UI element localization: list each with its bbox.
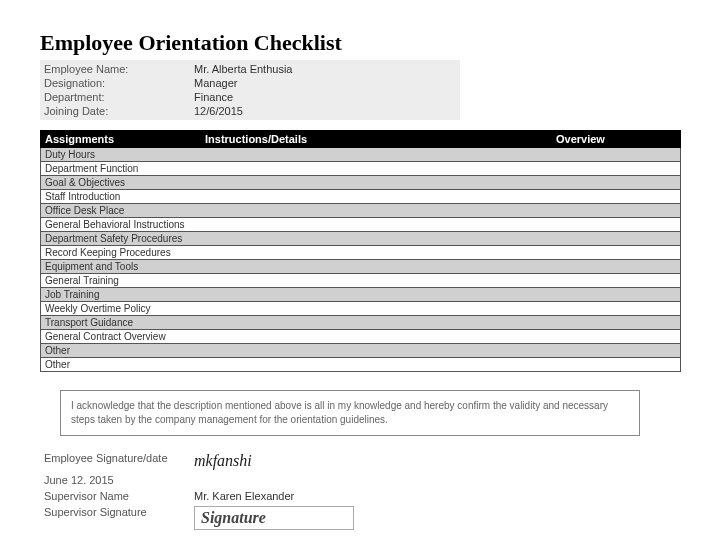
assignment-cell: General Behavioral Instructions [45, 219, 205, 230]
info-row-department: Department: Finance [40, 90, 460, 104]
checklist-row: Other [40, 344, 681, 358]
instructions-cell [205, 163, 556, 174]
acknowledgement-box: I acknowledge that the description menti… [60, 390, 640, 436]
assignment-cell: Other [45, 359, 205, 370]
info-value: Finance [194, 91, 233, 103]
assignment-cell: Department Function [45, 163, 205, 174]
sig-row-date: June 12. 2015 [40, 472, 681, 488]
overview-cell [556, 205, 676, 216]
employee-signature: mkfanshi [194, 452, 252, 470]
overview-cell [556, 247, 676, 258]
instructions-cell [205, 303, 556, 314]
assignment-cell: Record Keeping Procedures [45, 247, 205, 258]
assignment-cell: Staff Introduction [45, 191, 205, 202]
overview-cell [556, 163, 676, 174]
col-overview: Overview [556, 133, 676, 145]
checklist-row: Weekly Overtime Policy [40, 302, 681, 316]
info-value: Manager [194, 77, 237, 89]
assignment-cell: Duty Hours [45, 149, 205, 160]
checklist-body: Duty HoursDepartment FunctionGoal & Obje… [40, 148, 681, 372]
assignment-cell: Job Training [45, 289, 205, 300]
instructions-cell [205, 317, 556, 328]
employee-info-block: Employee Name: Mr. Alberta Enthusia Desi… [40, 60, 460, 120]
overview-cell [556, 177, 676, 188]
instructions-cell [205, 177, 556, 188]
checklist-row: Office Desk Place [40, 204, 681, 218]
instructions-cell [205, 233, 556, 244]
instructions-cell [205, 331, 556, 342]
sig-row-supervisor-name: Supervisor Name Mr. Karen Elexander [40, 488, 681, 504]
checklist-row: Staff Introduction [40, 190, 681, 204]
instructions-cell [205, 149, 556, 160]
overview-cell [556, 261, 676, 272]
overview-cell [556, 303, 676, 314]
assignment-cell: Other [45, 345, 205, 356]
checklist-row: Other [40, 358, 681, 372]
info-label: Department: [44, 91, 194, 103]
checklist-row: General Training [40, 274, 681, 288]
checklist-header: Assignments Instructions/Details Overvie… [40, 130, 681, 148]
checklist-row: Transport Guidance [40, 316, 681, 330]
signature-placeholder: Signature [201, 509, 266, 527]
info-label: Joining Date: [44, 105, 194, 117]
overview-cell [556, 149, 676, 160]
info-row-designation: Designation: Manager [40, 76, 460, 90]
supervisor-name: Mr. Karen Elexander [194, 490, 294, 502]
instructions-cell [205, 191, 556, 202]
checklist-row: Goal & Objectives [40, 176, 681, 190]
info-value: Mr. Alberta Enthusia [194, 63, 292, 75]
page-title: Employee Orientation Checklist [40, 30, 681, 56]
assignment-cell: Transport Guidance [45, 317, 205, 328]
checklist-row: Department Safety Procedures [40, 232, 681, 246]
sig-row-supervisor-sig: Supervisor Signature Signature [40, 504, 681, 532]
assignment-cell: Equipment and Tools [45, 261, 205, 272]
overview-cell [556, 191, 676, 202]
sig-label: Employee Signature/date [44, 452, 194, 470]
checklist-row: Department Function [40, 162, 681, 176]
instructions-cell [205, 275, 556, 286]
checklist-row: Equipment and Tools [40, 260, 681, 274]
instructions-cell [205, 219, 556, 230]
signature-area: Employee Signature/date mkfanshi June 12… [40, 450, 681, 532]
col-assignments: Assignments [45, 133, 205, 145]
instructions-cell [205, 247, 556, 258]
sig-label: Supervisor Signature [44, 506, 194, 530]
sig-row-employee: Employee Signature/date mkfanshi [40, 450, 681, 472]
assignment-cell: Department Safety Procedures [45, 233, 205, 244]
sig-label: Supervisor Name [44, 490, 194, 502]
checklist-row: General Contract Overview [40, 330, 681, 344]
overview-cell [556, 275, 676, 286]
info-label: Employee Name: [44, 63, 194, 75]
instructions-cell [205, 205, 556, 216]
info-label: Designation: [44, 77, 194, 89]
info-row-name: Employee Name: Mr. Alberta Enthusia [40, 62, 460, 76]
signature-box: Signature [194, 506, 354, 530]
assignment-cell: Office Desk Place [45, 205, 205, 216]
overview-cell [556, 317, 676, 328]
checklist-row: General Behavioral Instructions [40, 218, 681, 232]
overview-cell [556, 289, 676, 300]
instructions-cell [205, 359, 556, 370]
checklist-row: Record Keeping Procedures [40, 246, 681, 260]
assignment-cell: General Training [45, 275, 205, 286]
col-instructions: Instructions/Details [205, 133, 556, 145]
checklist-row: Duty Hours [40, 148, 681, 162]
overview-cell [556, 219, 676, 230]
instructions-cell [205, 261, 556, 272]
sig-date: June 12. 2015 [44, 474, 194, 486]
assignment-cell: Goal & Objectives [45, 177, 205, 188]
instructions-cell [205, 289, 556, 300]
instructions-cell [205, 345, 556, 356]
overview-cell [556, 233, 676, 244]
supervisor-signature-box: Signature [194, 506, 354, 530]
overview-cell [556, 331, 676, 342]
assignment-cell: General Contract Overview [45, 331, 205, 342]
checklist-row: Job Training [40, 288, 681, 302]
overview-cell [556, 359, 676, 370]
assignment-cell: Weekly Overtime Policy [45, 303, 205, 314]
info-row-joining-date: Joining Date: 12/6/2015 [40, 104, 460, 118]
overview-cell [556, 345, 676, 356]
info-value: 12/6/2015 [194, 105, 243, 117]
